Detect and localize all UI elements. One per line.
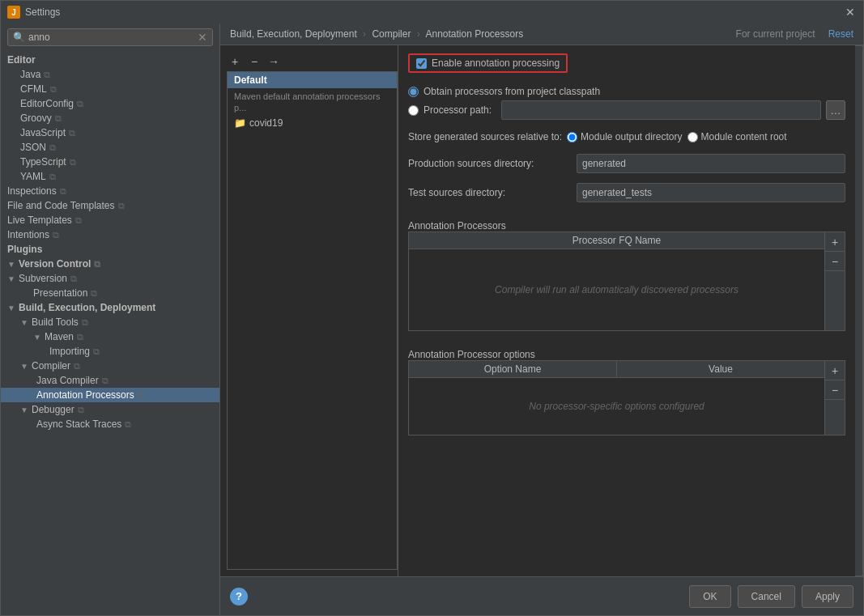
bottom-right: OK Cancel Apply: [689, 585, 853, 608]
sidebar-item-java[interactable]: Java ⧉: [1, 67, 219, 82]
copy-icon-typescript: ⧉: [70, 157, 76, 168]
processor-default-item[interactable]: Default: [228, 72, 397, 88]
classpath-radio-row: Obtain processors from project classpath: [408, 86, 845, 97]
editor-label: Editor: [7, 54, 36, 66]
browse-button[interactable]: …: [826, 100, 845, 120]
title-bar: J Settings ✕: [1, 1, 863, 23]
sidebar-item-version-control[interactable]: ▼ Version Control ⧉: [1, 257, 219, 271]
module-content-radio[interactable]: [687, 132, 698, 142]
processor-covid-folder[interactable]: 📁 covid19: [228, 116, 397, 130]
copy-icon-java: ⧉: [44, 70, 50, 80]
classpath-label: Obtain processors from project classpath: [423, 86, 600, 97]
processor-path-radio-row: Processor path: …: [408, 100, 845, 120]
sidebar-item-intentions[interactable]: Intentions ⧉: [1, 227, 219, 242]
right-panel: Build, Execution, Deployment › Compiler …: [220, 23, 863, 615]
ok-button[interactable]: OK: [689, 585, 730, 608]
opts-empty-text: No processor-specific options configured: [409, 378, 824, 435]
close-button[interactable]: ✕: [845, 6, 857, 18]
sidebar-item-build-tools[interactable]: ▼ Build Tools ⧉: [1, 315, 219, 329]
processor-list: Default Maven default annotation process…: [227, 71, 398, 570]
production-sources-input[interactable]: [577, 154, 845, 173]
sidebar-item-inspections[interactable]: Inspections ⧉: [1, 184, 219, 198]
breadcrumb-bar: Build, Execution, Deployment › Compiler …: [220, 23, 863, 45]
ap-table-list: Processor FQ Name Compiler will run all …: [408, 232, 825, 331]
sidebar-item-json[interactable]: JSON ⧉: [1, 140, 219, 155]
enable-annotation-label[interactable]: Enable annotation processing: [408, 53, 568, 73]
build-tools-label: Build Tools: [32, 316, 79, 328]
production-sources-row: Production sources directory:: [408, 154, 845, 173]
sidebar-item-subversion[interactable]: ▼ Subversion ⧉: [1, 271, 219, 286]
sidebar-item-async-stack-traces[interactable]: Async Stack Traces ⧉: [1, 417, 219, 431]
cancel-button[interactable]: Cancel: [738, 585, 795, 608]
right-scrollbar[interactable]: [855, 45, 863, 576]
sidebar-item-cfml[interactable]: CFML ⧉: [1, 82, 219, 96]
ap-add-button[interactable]: +: [825, 232, 845, 252]
breadcrumb-sep2: ›: [417, 28, 420, 40]
remove-processor-button[interactable]: −: [246, 53, 262, 70]
reset-link[interactable]: Reset: [828, 28, 853, 40]
sidebar-item-yaml[interactable]: YAML ⧉: [1, 169, 219, 184]
importing-label: Importing: [49, 346, 90, 357]
apply-button[interactable]: Apply: [802, 585, 853, 608]
sidebar-item-file-code-templates[interactable]: File and Code Templates ⧉: [1, 198, 219, 213]
clear-search-button[interactable]: ✕: [198, 31, 207, 44]
module-content-option: Module content root: [687, 131, 787, 142]
sidebar-item-editor[interactable]: Editor: [1, 53, 219, 67]
ap-remove-button[interactable]: −: [825, 252, 845, 271]
search-input[interactable]: [28, 32, 194, 43]
module-content-label: Module content root: [701, 131, 787, 142]
copy-icon-yaml: ⧉: [49, 172, 56, 182]
sidebar-item-typescript[interactable]: TypeScript ⧉: [1, 155, 219, 169]
ap-side-buttons: + −: [825, 232, 845, 331]
sidebar-item-java-compiler[interactable]: Java Compiler ⧉: [1, 373, 219, 388]
sidebar-item-groovy[interactable]: Groovy ⧉: [1, 111, 219, 125]
sidebar-item-live-templates[interactable]: Live Templates ⧉: [1, 213, 219, 227]
help-button[interactable]: ?: [230, 588, 248, 605]
sidebar-item-importing[interactable]: Importing ⧉: [1, 344, 219, 359]
sidebar-item-debugger[interactable]: ▼ Debugger ⧉: [1, 402, 219, 417]
annotation-processors-label: Annotation Processors: [36, 389, 134, 401]
sidebar-item-presentation[interactable]: Presentation ⧉: [1, 286, 219, 300]
sidebar-item-plugins[interactable]: Plugins: [1, 242, 219, 257]
test-sources-row: Test sources directory:: [408, 183, 845, 202]
copy-icon-editorconfig: ⧉: [77, 99, 83, 109]
sidebar-item-maven[interactable]: ▼ Maven ⧉: [1, 329, 219, 344]
copy-icon-cfml: ⧉: [50, 84, 57, 95]
javascript-label: JavaScript: [7, 127, 66, 138]
opts-header: Option Name Value: [409, 361, 824, 378]
radio-group: Obtain processors from project classpath…: [408, 86, 845, 120]
processor-path-row: …: [501, 100, 845, 120]
sidebar-item-editorconfig[interactable]: EditorConfig ⧉: [1, 96, 219, 111]
sidebar-item-build-exec-deploy[interactable]: ▼ Build, Execution, Deployment: [1, 300, 219, 315]
copy-icon-inspections: ⧉: [60, 186, 66, 197]
maven-arrow-icon: ▼: [33, 333, 41, 342]
module-output-radio[interactable]: [567, 132, 577, 142]
add-processor-button[interactable]: +: [227, 53, 243, 70]
async-stack-traces-label: Async Stack Traces: [36, 418, 121, 430]
processor-path-radio[interactable]: [408, 105, 419, 116]
copy-icon-groovy: ⧉: [55, 113, 62, 124]
sidebar-item-annotation-processors[interactable]: Annotation Processors ⧉: [1, 388, 219, 402]
copy-icon-annotation-processors: ⧉: [138, 390, 144, 401]
java-label: Java: [7, 69, 40, 80]
sidebar-item-javascript[interactable]: JavaScript ⧉: [1, 125, 219, 140]
opts-list: Option Name Value No processor-specific …: [408, 360, 825, 435]
classpath-radio[interactable]: [408, 87, 419, 97]
copy-icon-json: ⧉: [49, 142, 56, 153]
processor-path-input[interactable]: [501, 100, 821, 120]
opts-add-button[interactable]: +: [825, 361, 845, 380]
json-label: JSON: [7, 142, 46, 153]
copy-icon-build-tools: ⧉: [82, 317, 88, 328]
search-wrapper: 🔍 ✕: [7, 28, 213, 46]
debugger-label: Debugger: [32, 404, 74, 415]
test-sources-input[interactable]: [577, 183, 845, 202]
copy-icon-java-compiler: ⧉: [102, 376, 109, 386]
processor-default-desc[interactable]: Maven default annotation processors p...: [228, 88, 397, 116]
move-processor-button[interactable]: →: [266, 53, 282, 70]
opts-remove-button[interactable]: −: [825, 380, 845, 400]
copy-icon-vc: ⧉: [94, 259, 100, 270]
breadcrumb: Build, Execution, Deployment › Compiler …: [230, 28, 523, 40]
sidebar-item-compiler[interactable]: ▼ Compiler ⧉: [1, 359, 219, 373]
default-label: Default: [234, 74, 267, 86]
enable-annotation-checkbox[interactable]: [416, 58, 427, 69]
